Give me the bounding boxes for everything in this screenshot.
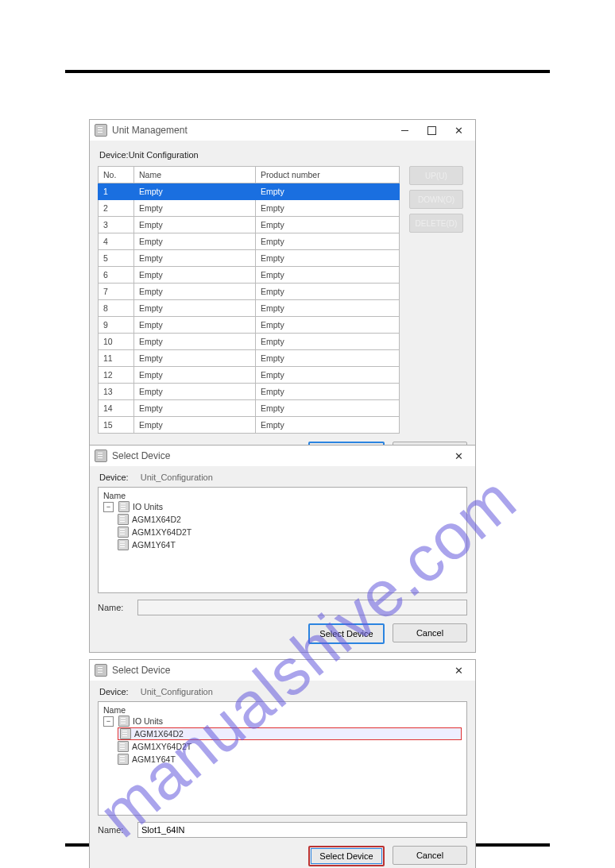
device-caption: Device: Unit_Configuration xyxy=(99,687,467,696)
tree-root[interactable]: − IO Units xyxy=(102,500,463,513)
device-icon xyxy=(118,527,129,538)
cell-name: Empty xyxy=(134,384,256,400)
page-rule-top xyxy=(65,70,550,73)
device-icon xyxy=(118,539,129,550)
unit-management-window: Unit Management ✕ Device:Unit Configurat… xyxy=(89,119,476,471)
cell-product: Empty xyxy=(256,233,400,250)
table-row[interactable]: 4EmptyEmpty xyxy=(99,233,400,250)
tree-item[interactable]: AGM1XY64D2T xyxy=(116,740,463,753)
table-row[interactable]: 12EmptyEmpty xyxy=(99,367,400,384)
window-icon xyxy=(95,124,107,137)
device-tree[interactable]: Name − IO Units AGM1X64D2AGM1XY64D2TAGM1… xyxy=(98,701,467,816)
cell-name: Empty xyxy=(134,217,256,233)
tree-item-label: AGM1X64D2 xyxy=(132,515,181,524)
move-up-button[interactable]: UP(U) xyxy=(409,166,463,185)
cell-product: Empty xyxy=(256,183,400,200)
tree-item-label: AGM1Y64T xyxy=(132,754,176,764)
name-input[interactable] xyxy=(137,600,467,615)
tree-item[interactable]: AGM1X64D2 xyxy=(116,727,463,740)
table-row[interactable]: 8EmptyEmpty xyxy=(99,300,400,317)
tree-item-label: AGM1XY64D2T xyxy=(132,527,191,537)
titlebar[interactable]: Select Device ✕ xyxy=(90,446,475,466)
tree-item[interactable]: AGM1Y64T xyxy=(116,753,463,766)
table-row[interactable]: 13EmptyEmpty xyxy=(99,384,400,400)
cell-no: 8 xyxy=(99,300,134,317)
cell-product: Empty xyxy=(256,384,400,400)
select-device-button[interactable]: Select Device xyxy=(308,623,385,644)
name-label: Name: xyxy=(98,603,131,612)
close-button[interactable]: ✕ xyxy=(445,662,472,679)
device-icon xyxy=(118,741,129,752)
window-title: Select Device xyxy=(112,665,445,676)
cell-name: Empty xyxy=(134,300,256,317)
table-row[interactable]: 7EmptyEmpty xyxy=(99,284,400,300)
titlebar[interactable]: Unit Management ✕ xyxy=(90,120,475,141)
folder-icon xyxy=(118,501,130,512)
cell-no: 1 xyxy=(99,183,134,200)
cell-product: Empty xyxy=(256,267,400,284)
table-row[interactable]: 11EmptyEmpty xyxy=(99,350,400,367)
table-row[interactable]: 2EmptyEmpty xyxy=(99,200,400,217)
cell-product: Empty xyxy=(256,400,400,417)
device-caption-value: Unit_Configuration xyxy=(141,473,213,482)
cancel-button[interactable]: Cancel xyxy=(393,846,467,865)
col-product[interactable]: Product number xyxy=(256,167,400,183)
cell-no: 10 xyxy=(99,334,134,350)
cell-name: Empty xyxy=(134,284,256,300)
window-title: Select Device xyxy=(112,450,445,461)
col-no[interactable]: No. xyxy=(99,167,134,183)
minimize-button[interactable] xyxy=(391,122,418,139)
name-label: Name: xyxy=(98,825,131,835)
cell-name: Empty xyxy=(134,233,256,250)
table-row[interactable]: 6EmptyEmpty xyxy=(99,267,400,284)
cell-name: Empty xyxy=(134,400,256,417)
collapse-icon[interactable]: − xyxy=(103,502,114,512)
window-icon xyxy=(95,664,107,677)
cell-name: Empty xyxy=(134,317,256,334)
select-device-button[interactable]: Select Device xyxy=(308,846,385,866)
table-row[interactable]: 14EmptyEmpty xyxy=(99,400,400,417)
tree-item[interactable]: AGM1XY64D2T xyxy=(116,526,463,538)
unit-table[interactable]: No. Name Product number 1EmptyEmpty2Empt… xyxy=(98,166,400,434)
table-row[interactable]: 1EmptyEmpty xyxy=(99,183,400,200)
move-down-button[interactable]: DOWN(O) xyxy=(409,190,463,209)
table-row[interactable]: 10EmptyEmpty xyxy=(99,334,400,350)
folder-icon xyxy=(118,716,130,727)
tree-header: Name xyxy=(99,704,466,715)
close-button[interactable]: ✕ xyxy=(445,122,472,139)
collapse-icon[interactable]: − xyxy=(103,716,114,727)
cell-no: 11 xyxy=(99,350,134,367)
tree-item[interactable]: AGM1X64D2 xyxy=(116,513,463,526)
titlebar[interactable]: Select Device ✕ xyxy=(90,660,475,681)
tree-item[interactable]: AGM1Y64T xyxy=(116,538,463,551)
cell-no: 6 xyxy=(99,267,134,284)
close-button[interactable]: ✕ xyxy=(445,447,472,465)
name-input[interactable] xyxy=(137,822,467,838)
device-icon xyxy=(120,728,131,739)
cell-no: 15 xyxy=(99,417,134,434)
cell-no: 3 xyxy=(99,217,134,233)
device-tree[interactable]: Name − IO Units AGM1X64D2AGM1XY64D2TAGM1… xyxy=(98,487,467,593)
device-caption-key: Device: xyxy=(99,473,129,482)
maximize-button[interactable] xyxy=(418,122,445,139)
cancel-button[interactable]: Cancel xyxy=(393,623,467,642)
cell-no: 13 xyxy=(99,384,134,400)
table-row[interactable]: 3EmptyEmpty xyxy=(99,217,400,233)
col-name[interactable]: Name xyxy=(134,167,256,183)
device-caption: Device: Unit_Configuration xyxy=(99,473,467,482)
cell-no: 14 xyxy=(99,400,134,417)
tree-root[interactable]: − IO Units xyxy=(102,715,463,727)
cell-name: Empty xyxy=(134,183,256,200)
cell-no: 4 xyxy=(99,233,134,250)
delete-button[interactable]: DELETE(D) xyxy=(409,214,463,233)
table-row[interactable]: 5EmptyEmpty xyxy=(99,250,400,267)
tree-header: Name xyxy=(99,489,466,500)
table-row[interactable]: 9EmptyEmpty xyxy=(99,317,400,334)
window-title: Unit Management xyxy=(112,125,391,136)
cell-no: 5 xyxy=(99,250,134,267)
cell-product: Empty xyxy=(256,350,400,367)
cell-name: Empty xyxy=(134,417,256,434)
cell-product: Empty xyxy=(256,334,400,350)
cell-product: Empty xyxy=(256,217,400,233)
table-row[interactable]: 15EmptyEmpty xyxy=(99,417,400,434)
